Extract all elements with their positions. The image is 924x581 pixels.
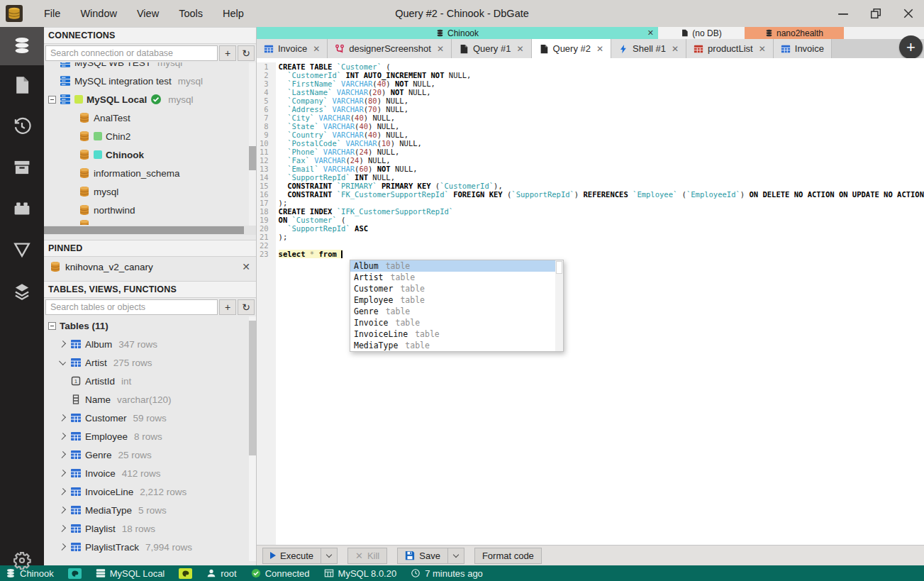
connection-item-information-schema[interactable]: information_schema [44, 164, 256, 182]
suggestion-invoice[interactable]: Invoicetable [350, 317, 563, 328]
settings-gear-icon[interactable] [0, 543, 44, 578]
status-connection[interactable]: MySQL Local [96, 568, 165, 579]
tab-group-chinook[interactable]: Chinook✕ [257, 27, 658, 39]
refresh-objects-button[interactable]: ↻ [238, 299, 255, 315]
scrollbar-thumb[interactable] [249, 321, 256, 455]
save-dropdown-button[interactable] [447, 548, 464, 564]
tab-query-2[interactable]: Query #2✕ [532, 39, 612, 58]
chevron-right-icon[interactable] [59, 525, 66, 532]
execute-dropdown-button[interactable] [321, 548, 338, 564]
tab-group-nano2health[interactable]: nano2health [745, 27, 844, 39]
chevron-right-icon[interactable] [59, 507, 66, 514]
tab-shell-1[interactable]: Shell #1✕ [611, 39, 686, 58]
suggestion-employee[interactable]: Employeetable [350, 294, 563, 306]
kill-button[interactable]: ✕Kill [347, 548, 387, 564]
connection-item-mysql-local[interactable]: MySQL Localmysql [44, 90, 256, 109]
save-button[interactable]: Save [397, 548, 447, 564]
chevron-right-icon[interactable] [59, 341, 66, 348]
connection-color-badge[interactable] [179, 568, 192, 579]
new-tab-button[interactable]: + [899, 35, 923, 59]
connections-vertical-scrollbar[interactable] [249, 62, 256, 226]
connection-item-mysql-wb-test[interactable]: MySQL WB TESTmysql [44, 62, 256, 72]
connection-item-chinook[interactable]: Chinook [44, 145, 256, 164]
table-item-artist[interactable]: Artist275 rows [44, 353, 256, 372]
scrollbar-thumb[interactable] [249, 146, 256, 170]
table-item-playlist[interactable]: Playlist18 rows [44, 519, 256, 538]
menu-tools[interactable]: Tools [179, 8, 203, 19]
connection-item-northwind[interactable]: northwind [44, 201, 256, 219]
close-group-icon[interactable]: ✕ [647, 28, 654, 38]
tab-invoice[interactable]: Invoice [774, 39, 832, 58]
close-tab-icon[interactable]: ✕ [313, 44, 320, 54]
rail-item-archive[interactable] [0, 148, 44, 189]
table-item-mediatype[interactable]: MediaType5 rows [44, 501, 256, 519]
refresh-connections-button[interactable]: ↻ [238, 45, 255, 61]
unpin-close-icon[interactable]: ✕ [242, 261, 250, 272]
close-tab-icon[interactable]: ✕ [596, 44, 603, 54]
table-item-customer[interactable]: Customer59 rows [44, 409, 256, 427]
suggestion-genre[interactable]: Genretable [350, 306, 563, 317]
minimize-icon[interactable] [837, 8, 849, 19]
connection-item-mysql[interactable]: mysql [44, 182, 256, 201]
rail-item-plugins[interactable] [0, 189, 44, 230]
scrollbar-thumb[interactable] [44, 226, 244, 234]
close-tab-icon[interactable]: ✕ [437, 44, 444, 54]
restore-icon[interactable] [870, 8, 881, 19]
rail-item-history[interactable] [0, 106, 44, 148]
collapse-toggle[interactable] [48, 96, 56, 104]
add-object-button[interactable]: + [219, 299, 236, 315]
database-color-badge[interactable] [68, 568, 82, 579]
execute-button[interactable]: Execute [262, 548, 321, 564]
table-item-employee[interactable]: Employee8 rows [44, 427, 256, 446]
add-connection-button[interactable]: + [219, 45, 236, 61]
tab-query-1[interactable]: Query #1✕ [452, 39, 532, 58]
suggestion-customer[interactable]: Customertable [350, 283, 563, 294]
connection-item-chin2[interactable]: Chin2 [44, 127, 256, 145]
chevron-right-icon[interactable] [59, 543, 66, 550]
connection-item-mysql-integration-test[interactable]: MySQL integration testmysql [44, 72, 256, 90]
column-item-artistid[interactable]: 1ArtistIdint [44, 372, 256, 390]
close-tab-icon[interactable]: ✕ [672, 44, 679, 54]
chevron-right-icon[interactable] [59, 470, 66, 477]
close-tab-icon[interactable]: ✕ [516, 44, 523, 54]
pinned-item[interactable]: knihovna_v2_canary ✕ [44, 257, 256, 277]
connections-horizontal-scrollbar[interactable] [44, 226, 256, 235]
close-tab-icon[interactable]: ✕ [759, 44, 766, 54]
connection-item[interactable] [44, 219, 256, 225]
tab-invoice[interactable]: Invoice✕ [257, 39, 328, 58]
chevron-right-icon[interactable] [59, 488, 66, 495]
table-item-invoiceline[interactable]: InvoiceLine2,212 rows [44, 482, 256, 501]
suggestion-mediatype[interactable]: MediaTypetable [350, 340, 563, 351]
menu-file[interactable]: File [44, 8, 60, 19]
chevron-right-icon[interactable] [59, 433, 66, 440]
connection-item-analtest[interactable]: AnalTest [44, 109, 256, 127]
menu-window[interactable]: Window [80, 8, 117, 19]
tab-group--no-db-[interactable]: (no DB) [659, 27, 744, 39]
status-user[interactable]: root [206, 568, 236, 579]
tables-group-tables-11-[interactable]: Tables (11) [44, 316, 256, 335]
scrollbar-thumb[interactable] [556, 261, 562, 274]
suggestion-album[interactable]: Albumtable [350, 260, 563, 272]
column-item-name[interactable]: Namevarchar(120) [44, 390, 256, 409]
tab-productlist[interactable]: productList✕ [686, 39, 774, 58]
table-item-playlisttrack[interactable]: PlaylistTrack7,994 rows [44, 538, 256, 556]
rail-item-layers[interactable] [0, 271, 44, 312]
suggestion-artist[interactable]: Artisttable [350, 272, 563, 283]
rail-item-filter[interactable] [0, 230, 44, 271]
tables-search-input[interactable] [45, 299, 218, 315]
collapse-toggle[interactable] [48, 322, 56, 330]
close-icon[interactable] [903, 8, 914, 19]
table-item-album[interactable]: Album347 rows [44, 335, 256, 353]
rail-item-files[interactable] [0, 65, 44, 106]
table-item-invoice[interactable]: Invoice412 rows [44, 464, 256, 482]
menu-view[interactable]: View [137, 8, 159, 19]
autocomplete-scrollbar[interactable] [555, 260, 563, 351]
table-item-genre[interactable]: Genre25 rows [44, 446, 256, 464]
chevron-down-icon[interactable] [59, 358, 66, 365]
menu-help[interactable]: Help [223, 8, 244, 19]
format-code-button[interactable]: Format code [474, 548, 542, 564]
connection-search-input[interactable] [45, 45, 218, 61]
chevron-right-icon[interactable] [59, 451, 66, 458]
rail-item-database[interactable] [0, 27, 44, 65]
tab-designerscreenshot[interactable]: designerScreenshot✕ [328, 39, 452, 58]
